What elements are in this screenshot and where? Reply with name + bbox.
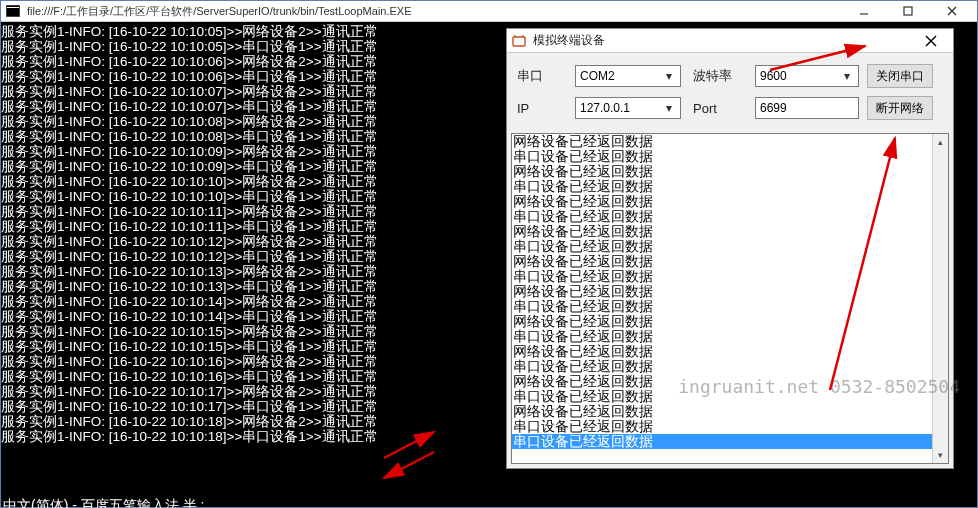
chevron-down-icon: ▾ bbox=[840, 69, 854, 83]
window-title: file:///F:/工作目录/工作区/平台软件/ServerSuperIO/t… bbox=[27, 4, 849, 19]
log-line[interactable]: 网络设备已经返回数据 bbox=[512, 374, 948, 389]
baud-combo[interactable]: 9600 ▾ bbox=[755, 65, 859, 87]
log-line[interactable]: 串口设备已经返回数据 bbox=[512, 419, 948, 434]
ip-label: IP bbox=[517, 101, 575, 116]
log-line[interactable]: 网络设备已经返回数据 bbox=[512, 254, 948, 269]
log-line[interactable]: 串口设备已经返回数据 bbox=[512, 329, 948, 344]
ime-status-line: 中文(简体) - 百度五笔输入法 半 : bbox=[1, 497, 977, 508]
disconnect-net-button[interactable]: 断开网络 bbox=[867, 96, 933, 120]
scroll-down-icon[interactable]: ▾ bbox=[933, 447, 948, 463]
chevron-down-icon: ▾ bbox=[662, 101, 676, 115]
svg-rect-6 bbox=[513, 37, 525, 46]
chevron-down-icon: ▾ bbox=[662, 69, 676, 83]
log-line[interactable]: 串口设备已经返回数据 bbox=[512, 269, 948, 284]
main-titlebar: file:///F:/工作目录/工作区/平台软件/ServerSuperIO/t… bbox=[1, 1, 977, 22]
log-line[interactable]: 串口设备已经返回数据 bbox=[512, 359, 948, 374]
log-line[interactable]: 网络设备已经返回数据 bbox=[512, 224, 948, 239]
serial-label: 串口 bbox=[517, 67, 575, 85]
close-button[interactable] bbox=[937, 2, 967, 20]
simulator-dialog: 模拟终端设备 串口 COM2 ▾ 波特率 9600 ▾ 关闭串口 IP 127.… bbox=[506, 28, 954, 469]
svg-rect-1 bbox=[7, 7, 19, 8]
log-line[interactable]: 网络设备已经返回数据 bbox=[512, 194, 948, 209]
dialog-form: 串口 COM2 ▾ 波特率 9600 ▾ 关闭串口 IP 127.0.0.1 ▾… bbox=[507, 53, 953, 133]
dialog-icon bbox=[511, 33, 527, 49]
close-serial-button[interactable]: 关闭串口 bbox=[867, 64, 933, 88]
log-line[interactable]: 串口设备已经返回数据 bbox=[512, 299, 948, 314]
scrollbar[interactable]: ▴ ▾ bbox=[932, 134, 948, 463]
minimize-button[interactable] bbox=[849, 2, 879, 20]
log-line[interactable]: 串口设备已经返回数据 bbox=[512, 149, 948, 164]
dialog-titlebar: 模拟终端设备 bbox=[507, 29, 953, 53]
log-line[interactable]: 串口设备已经返回数据 bbox=[512, 389, 948, 404]
serial-combo[interactable]: COM2 ▾ bbox=[575, 65, 681, 87]
dialog-title: 模拟终端设备 bbox=[533, 32, 913, 49]
port-value: 6699 bbox=[760, 101, 787, 115]
log-line[interactable]: 网络设备已经返回数据 bbox=[512, 404, 948, 419]
serial-value: COM2 bbox=[580, 69, 615, 83]
maximize-button[interactable] bbox=[893, 2, 923, 20]
log-line[interactable]: 串口设备已经返回数据 bbox=[512, 179, 948, 194]
log-line[interactable]: 串口设备已经返回数据 bbox=[512, 239, 948, 254]
log-line[interactable]: 网络设备已经返回数据 bbox=[512, 284, 948, 299]
log-line[interactable]: 串口设备已经返回数据 bbox=[512, 434, 948, 449]
port-input[interactable]: 6699 bbox=[755, 97, 859, 119]
svg-rect-0 bbox=[6, 5, 20, 17]
baud-value: 9600 bbox=[760, 69, 787, 83]
dialog-close-button[interactable] bbox=[913, 31, 949, 51]
baud-label: 波特率 bbox=[693, 67, 755, 85]
dialog-log-list[interactable]: 网络设备已经返回数据串口设备已经返回数据网络设备已经返回数据串口设备已经返回数据… bbox=[511, 133, 949, 464]
ip-combo[interactable]: 127.0.0.1 ▾ bbox=[575, 97, 681, 119]
log-line[interactable]: 网络设备已经返回数据 bbox=[512, 134, 948, 149]
log-line[interactable]: 网络设备已经返回数据 bbox=[512, 314, 948, 329]
window-controls bbox=[849, 2, 967, 20]
ip-value: 127.0.0.1 bbox=[580, 101, 630, 115]
log-line[interactable]: 网络设备已经返回数据 bbox=[512, 344, 948, 359]
port-label: Port bbox=[693, 101, 755, 116]
log-line[interactable]: 网络设备已经返回数据 bbox=[512, 164, 948, 179]
svg-rect-3 bbox=[904, 7, 912, 15]
scroll-up-icon[interactable]: ▴ bbox=[933, 134, 948, 150]
log-line[interactable]: 串口设备已经返回数据 bbox=[512, 209, 948, 224]
app-icon bbox=[5, 4, 21, 18]
